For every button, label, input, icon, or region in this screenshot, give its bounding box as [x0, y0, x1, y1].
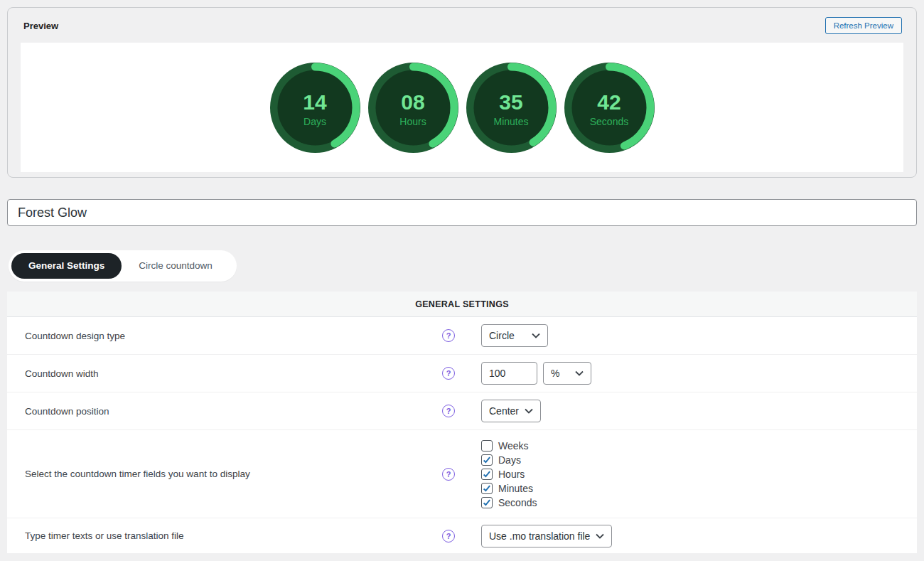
- width-value-input[interactable]: [481, 362, 537, 385]
- row-label: Type timer texts or use translation file: [7, 530, 426, 541]
- help-icon[interactable]: ?: [442, 405, 455, 417]
- row-help: ?: [426, 405, 471, 417]
- row-control: Circle: [471, 324, 917, 347]
- checkbox-seconds[interactable]: Seconds: [481, 496, 537, 510]
- refresh-preview-button[interactable]: Refresh Preview: [825, 17, 902, 34]
- countdown-circle-hours: 08 Hours: [368, 63, 458, 153]
- checkbox-minutes[interactable]: Minutes: [481, 481, 537, 496]
- checkbox-hours[interactable]: Hours: [481, 467, 537, 481]
- row-label: Countdown position: [7, 406, 426, 417]
- settings-tabs: General Settings Circle countdown: [9, 250, 237, 282]
- checkbox-icon[interactable]: [481, 469, 493, 480]
- checkbox-label: Hours: [498, 469, 525, 480]
- row-control: Center: [471, 400, 917, 422]
- row-timer-fields: Select the countdown timer fields you wa…: [7, 430, 917, 518]
- row-label: Countdown width: [7, 368, 426, 379]
- row-label: Countdown design type: [7, 331, 426, 341]
- timer-label: Days: [303, 117, 326, 127]
- checkbox-label: Minutes: [498, 483, 533, 494]
- preview-header: Preview Refresh Preview: [8, 8, 916, 34]
- checkmark-icon: [482, 455, 492, 465]
- row-control: Use .mo translation file: [471, 525, 917, 547]
- preview-stage: 14 Days 08 Hours: [21, 43, 903, 172]
- timer-text: 14 Days: [270, 63, 360, 153]
- timer-fields-checkbox-list: Weeks Days Hours Minutes: [481, 439, 537, 510]
- timer-label: Seconds: [590, 117, 628, 127]
- select-value: Circle: [489, 330, 515, 341]
- checkbox-icon[interactable]: [481, 454, 493, 466]
- page: Preview Refresh Preview 14 Days: [0, 0, 924, 554]
- tab-circle-countdown[interactable]: Circle countdown: [122, 253, 234, 279]
- section-title: GENERAL SETTINGS: [7, 292, 917, 317]
- select-value: Use .mo translation file: [489, 530, 590, 542]
- checkbox-label: Seconds: [498, 497, 537, 508]
- timer-text: 42 Seconds: [564, 63, 655, 153]
- checkbox-icon[interactable]: [481, 497, 493, 508]
- row-countdown-design-type: Countdown design type ? Circle: [7, 317, 917, 355]
- row-timer-texts-translation: Type timer texts or use translation file…: [7, 518, 917, 554]
- timer-text: 35 Minutes: [466, 63, 557, 153]
- position-select[interactable]: Center: [481, 400, 541, 422]
- checkmark-icon: [482, 483, 492, 493]
- checkbox-weeks[interactable]: Weeks: [481, 439, 537, 453]
- timer-title-input[interactable]: [7, 199, 917, 226]
- row-help: ?: [426, 329, 471, 342]
- row-help: ?: [426, 530, 471, 543]
- help-icon[interactable]: ?: [442, 329, 455, 342]
- timer-label: Minutes: [493, 117, 528, 127]
- countdown-circle-days: 14 Days: [270, 63, 360, 153]
- countdown-circle-minutes: 35 Minutes: [466, 63, 557, 153]
- checkbox-icon[interactable]: [481, 440, 493, 452]
- preview-title: Preview: [23, 21, 58, 31]
- timer-value: 35: [499, 92, 522, 113]
- chevron-down-icon: [596, 533, 604, 539]
- timer-value: 42: [597, 92, 621, 113]
- checkbox-label: Days: [498, 454, 521, 466]
- design-type-select[interactable]: Circle: [481, 324, 548, 347]
- help-icon[interactable]: ?: [442, 530, 455, 543]
- checkbox-days[interactable]: Days: [481, 453, 537, 467]
- checkmark-icon: [482, 469, 492, 479]
- translation-select[interactable]: Use .mo translation file: [481, 525, 612, 547]
- row-label: Select the countdown timer fields you wa…: [7, 469, 426, 479]
- tab-general-settings[interactable]: General Settings: [11, 253, 122, 279]
- timer-text: 08 Hours: [368, 63, 458, 153]
- checkbox-icon[interactable]: [481, 483, 493, 494]
- timer-value: 14: [303, 92, 326, 113]
- general-settings-table: GENERAL SETTINGS Countdown design type ?…: [7, 292, 917, 554]
- select-value: Center: [489, 405, 519, 417]
- chevron-down-icon: [575, 370, 584, 376]
- chevron-down-icon: [532, 333, 540, 338]
- timer-label: Hours: [399, 117, 426, 127]
- timer-value: 08: [401, 92, 424, 113]
- row-control: %: [471, 362, 917, 385]
- row-help: ?: [426, 367, 471, 380]
- row-countdown-position: Countdown position ? Center: [7, 392, 917, 430]
- checkmark-icon: [482, 498, 492, 508]
- checkbox-label: Weeks: [498, 440, 529, 452]
- width-unit-select[interactable]: %: [543, 362, 591, 385]
- help-icon[interactable]: ?: [442, 367, 455, 380]
- countdown-circle-seconds: 42 Seconds: [564, 63, 655, 153]
- row-help: ?: [426, 468, 471, 481]
- help-icon[interactable]: ?: [442, 468, 455, 481]
- row-control: Weeks Days Hours Minutes: [471, 439, 917, 510]
- select-value: %: [551, 368, 559, 379]
- row-countdown-width: Countdown width ? %: [7, 355, 917, 392]
- chevron-down-icon: [525, 408, 533, 414]
- preview-panel: Preview Refresh Preview 14 Days: [7, 7, 917, 178]
